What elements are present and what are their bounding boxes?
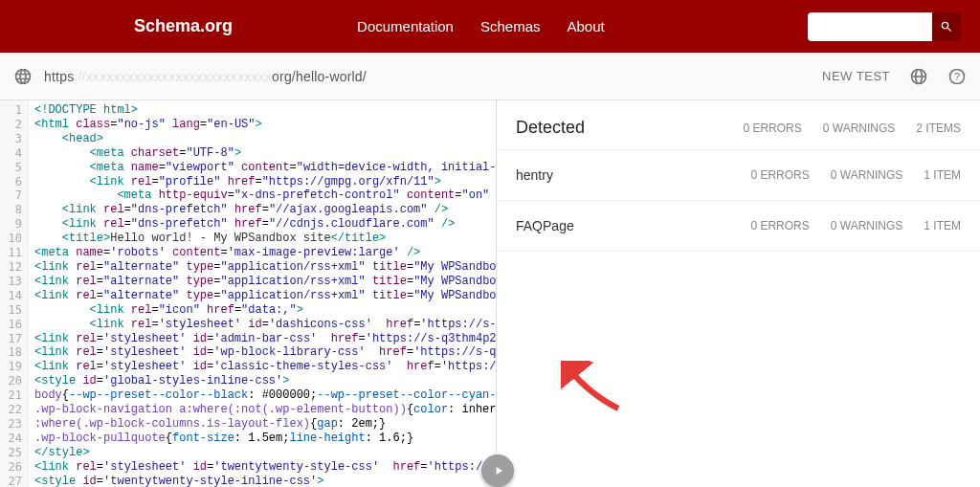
- search-icon: [940, 20, 953, 33]
- play-icon: [492, 464, 505, 477]
- code-line: <link rel="alternate" type="application/…: [34, 275, 496, 289]
- line-number: 20: [0, 374, 22, 388]
- code-line: <link rel="alternate" type="application/…: [34, 289, 496, 303]
- result-row[interactable]: FAQPage 0 ERRORS 0 WARNINGS 1 ITEM: [497, 201, 980, 252]
- line-number: 5: [0, 161, 22, 175]
- line-number: 7: [0, 188, 22, 203]
- code-line: </style>: [34, 446, 496, 460]
- url-display: https://xxxxxxxxxxxxxxxxxxxxxxxxxxxorg/h…: [44, 69, 367, 84]
- code-line: .wp-block-navigation a:where(:not(.wp-el…: [34, 403, 496, 417]
- line-number: 15: [0, 303, 22, 318]
- nav-schemas[interactable]: Schemas: [480, 18, 541, 34]
- search-wrap: [808, 12, 961, 41]
- code-line: <title>Hello world! - My WPSandbox site<…: [34, 232, 496, 246]
- line-number: 2: [0, 118, 22, 132]
- code-line: <link rel="icon" href="data:,">: [34, 303, 496, 318]
- site-logo[interactable]: Schema.org: [134, 16, 233, 36]
- line-number: 3: [0, 132, 22, 146]
- line-number: 24: [0, 432, 22, 446]
- result-row[interactable]: hentry 0 ERRORS 0 WARNINGS 1 ITEM: [497, 150, 980, 201]
- language-icon[interactable]: [909, 67, 928, 86]
- line-number: 27: [0, 475, 22, 487]
- code-line: <link rel='stylesheet' id='twentytwenty-…: [34, 460, 496, 475]
- code-line: :where(.wp-block-columns.is-layout-flex)…: [34, 417, 496, 432]
- nav-documentation[interactable]: Documentation: [357, 18, 454, 34]
- line-number: 18: [0, 345, 22, 360]
- code-line: <link rel='stylesheet' id='classic-theme…: [34, 360, 496, 374]
- row-errors: 0 ERRORS: [750, 219, 809, 232]
- line-number: 14: [0, 289, 22, 303]
- code-line: <style id='global-styles-inline-css'>: [34, 374, 496, 388]
- results-title: Detected: [516, 118, 585, 138]
- code-line: <link rel='stylesheet' id='wp-block-libr…: [34, 345, 496, 360]
- line-number: 13: [0, 275, 22, 289]
- summary-warnings: 0 WARNINGS: [823, 122, 896, 135]
- line-number: 11: [0, 246, 22, 260]
- code-line: <head>: [34, 132, 496, 146]
- row-warnings: 0 WARNINGS: [831, 219, 903, 232]
- line-number: 17: [0, 332, 22, 346]
- line-number: 8: [0, 203, 22, 217]
- code-line: <html class="no-js" lang="en-US">: [34, 118, 496, 132]
- code-line: <!DOCTYPE html>: [34, 103, 496, 118]
- main-nav: Documentation Schemas About: [357, 18, 605, 34]
- code-view[interactable]: <!DOCTYPE html><html class="no-js" lang=…: [29, 100, 496, 487]
- search-input[interactable]: [808, 12, 932, 41]
- line-number: 23: [0, 417, 22, 432]
- line-number: 12: [0, 260, 22, 275]
- code-line: <link rel="dns-prefetch" href="//ajax.go…: [34, 203, 496, 217]
- url-scheme: https: [44, 69, 74, 84]
- toolbar: https://xxxxxxxxxxxxxxxxxxxxxxxxxxxorg/h…: [0, 53, 980, 100]
- globe-icon: [13, 67, 33, 86]
- results-panel: Detected 0 ERRORS 0 WARNINGS 2 ITEMS hen…: [497, 100, 980, 487]
- site-header: Schema.org Documentation Schemas About: [0, 0, 980, 53]
- code-line: <meta name='robots' content='max-image-p…: [34, 246, 496, 260]
- code-line: <link rel="dns-prefetch" href="//cdnjs.c…: [34, 217, 496, 232]
- code-line: <style id='twentytwenty-style-inline-css…: [34, 475, 496, 487]
- url-hidden: ://xxxxxxxxxxxxxxxxxxxxxxxxxxx: [74, 69, 272, 84]
- line-gutter: 1234567891011121314151617181920212223242…: [0, 100, 29, 487]
- new-test-button[interactable]: NEW TEST: [822, 69, 890, 83]
- row-warnings: 0 WARNINGS: [831, 168, 903, 182]
- code-line: .wp-block-pullquote{font-size: 1.5em;lin…: [34, 432, 496, 446]
- line-number: 1: [0, 103, 22, 118]
- row-items: 1 ITEM: [924, 168, 961, 182]
- code-line: <link rel="profile" href="https://gmpg.o…: [34, 175, 496, 189]
- code-line: <link rel='stylesheet' id='dashicons-css…: [34, 318, 496, 332]
- line-number: 25: [0, 446, 22, 460]
- code-line: body{--wp--preset--color--black: #000000…: [34, 388, 496, 403]
- summary-errors: 0 ERRORS: [743, 122, 801, 135]
- play-button[interactable]: [481, 454, 514, 487]
- main-content: 1234567891011121314151617181920212223242…: [0, 100, 980, 487]
- line-number: 26: [0, 460, 22, 475]
- result-name: hentry: [516, 167, 553, 183]
- line-number: 10: [0, 232, 22, 246]
- summary-items: 2 ITEMS: [916, 122, 961, 135]
- line-number: 16: [0, 318, 22, 332]
- search-button[interactable]: [932, 12, 961, 41]
- line-number: 9: [0, 217, 22, 232]
- result-name: FAQPage: [516, 218, 574, 233]
- nav-about[interactable]: About: [567, 18, 604, 34]
- svg-text:?: ?: [954, 71, 960, 82]
- row-errors: 0 ERRORS: [750, 168, 809, 182]
- line-number: 21: [0, 388, 22, 403]
- code-line: <meta charset="UTF-8">: [34, 146, 496, 161]
- line-number: 19: [0, 360, 22, 374]
- line-number: 4: [0, 146, 22, 161]
- help-icon[interactable]: ?: [947, 67, 967, 86]
- code-panel: 1234567891011121314151617181920212223242…: [0, 100, 497, 487]
- code-line: <meta name="viewport" content="width=dev…: [34, 161, 496, 175]
- url-tail: org/hello-world/: [272, 69, 367, 84]
- line-number: 22: [0, 403, 22, 417]
- line-number: 6: [0, 175, 22, 189]
- code-line: <meta http-equiv="x-dns-prefetch-control…: [34, 188, 496, 203]
- results-header: Detected 0 ERRORS 0 WARNINGS 2 ITEMS: [497, 100, 980, 150]
- code-line: <link rel="alternate" type="application/…: [34, 260, 496, 275]
- row-items: 1 ITEM: [924, 219, 961, 232]
- code-line: <link rel='stylesheet' id='admin-bar-css…: [34, 332, 496, 346]
